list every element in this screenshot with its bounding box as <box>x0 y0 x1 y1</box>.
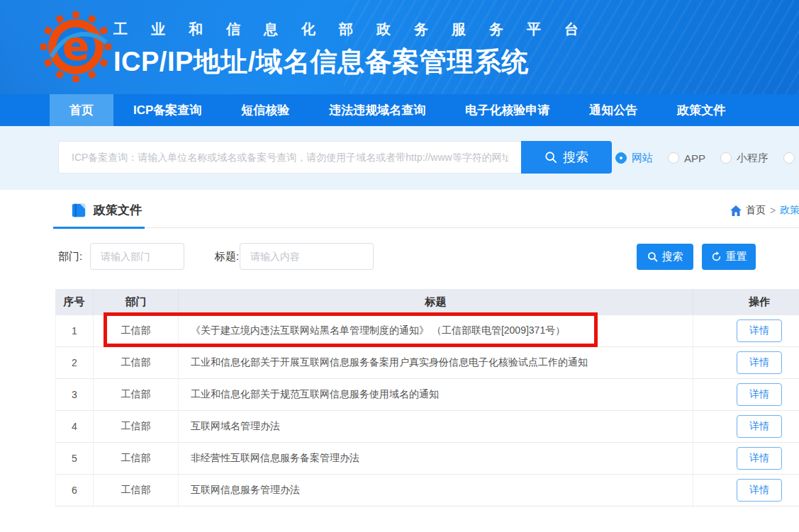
section-divider <box>53 227 799 228</box>
nav-item-home[interactable]: 首页 <box>50 94 113 126</box>
col-header-no: 序号 <box>55 289 94 315</box>
title-filter-input[interactable] <box>240 243 374 270</box>
icp-search-button[interactable]: 搜索 <box>521 141 612 174</box>
miit-gear-logo-icon: e <box>40 11 112 83</box>
detail-button[interactable]: 详情 <box>737 319 782 342</box>
dept-filter-input[interactable] <box>90 243 184 270</box>
cell-no: 3 <box>55 379 94 410</box>
dept-filter-label: 部门: <box>58 250 82 264</box>
reset-refresh-icon <box>711 251 722 262</box>
col-header-title: 标题 <box>179 289 693 315</box>
svg-text:e: e <box>62 23 90 69</box>
section-bar: 政策文件 首页 > 政策文件 <box>0 190 799 228</box>
radio-miniprogram[interactable]: 小程序 <box>720 152 769 165</box>
cell-title: 《关于建立境内违法互联网站黑名单管理制度的通知》 （工信部联电管[2009]37… <box>179 315 693 346</box>
detail-button[interactable]: 详情 <box>737 383 782 406</box>
cell-no: 1 <box>55 315 94 346</box>
nav-item-illegal-domain-query[interactable]: 违法违规域名查询 <box>309 94 445 126</box>
radio-website[interactable]: 网站 <box>615 152 653 165</box>
cell-action: 详情 <box>693 475 799 506</box>
cell-action: 详情 <box>693 443 799 474</box>
nav-item-icp-query[interactable]: ICP备案查询 <box>113 94 221 126</box>
radio-app-label: APP <box>684 152 705 164</box>
search-icon <box>544 151 557 164</box>
section-title: 政策文件 <box>71 202 142 218</box>
filter-search-button[interactable]: 搜索 <box>637 244 693 270</box>
system-title: ICP/IP地址/域名信息备案管理系统 <box>113 44 602 80</box>
detail-button[interactable]: 详情 <box>737 447 782 470</box>
detail-button[interactable]: 详情 <box>737 415 782 438</box>
cell-no: 5 <box>55 443 94 474</box>
nav-item-sms-verify[interactable]: 短信核验 <box>221 94 309 126</box>
section-active-underline <box>53 227 145 229</box>
platform-title: 工业和信息化部政务服务平台 <box>113 20 602 39</box>
home-icon <box>730 205 742 216</box>
title-filter-label: 标题: <box>215 250 239 264</box>
table-row: 4 工信部 互联网域名管理办法 详情 <box>55 411 799 443</box>
table-row: 1 工信部 《关于建立境内违法互联网站黑名单管理制度的通知》 （工信部联电管[2… <box>55 315 799 347</box>
policy-table: 序号 部门 标题 操作 1 工信部 《关于建立境内违法互联网站黑名单管理制度的通… <box>55 289 799 506</box>
breadcrumb-current[interactable]: 政策文件 <box>780 204 799 217</box>
icp-search-button-label: 搜索 <box>563 149 588 166</box>
cell-title: 工业和信息化部关于开展互联网信息服务备案用户真实身份信息电子化核验试点工作的通知 <box>179 347 693 378</box>
cell-dept: 工信部 <box>94 379 179 410</box>
cell-action: 详情 <box>693 315 799 346</box>
cell-title: 互联网域名管理办法 <box>179 411 693 442</box>
cell-dept: 工信部 <box>94 475 179 506</box>
col-header-action: 操作 <box>693 289 799 315</box>
filter-search-label: 搜索 <box>662 250 683 264</box>
col-header-dept: 部门 <box>94 289 179 315</box>
radio-miniprogram-dot-icon <box>720 152 732 164</box>
nav-item-notices[interactable]: 通知公告 <box>569 94 657 126</box>
radio-app-dot-icon <box>668 152 679 164</box>
policy-table-header: 序号 部门 标题 操作 <box>55 289 799 315</box>
cell-no: 2 <box>55 347 94 378</box>
breadcrumb: 首页 > 政策文件 <box>730 204 799 217</box>
icp-search-row: 搜索 <box>58 141 612 174</box>
cell-action: 详情 <box>693 411 799 442</box>
table-row: 6 工信部 互联网信息服务管理办法 详情 <box>55 475 799 506</box>
cell-no: 4 <box>55 411 94 442</box>
page: e 工业和信息化部政务服务平台 ICP/IP地址/域名信息备案管理系统 首页 I… <box>0 0 799 532</box>
radio-website-label: 网站 <box>632 152 653 165</box>
nav-item-e-verification[interactable]: 电子化核验申请 <box>445 94 569 126</box>
filter-row: 部门: 标题: 搜索 重置 <box>0 243 799 270</box>
icp-search-band: 搜索 网站 APP 小程序 快应用 <box>0 126 799 190</box>
search-icon <box>647 251 658 262</box>
detail-button[interactable]: 详情 <box>737 479 782 502</box>
cell-action: 详情 <box>693 379 799 410</box>
radio-quickapp-dot-icon <box>783 152 795 164</box>
cell-title: 非经营性互联网信息服务备案管理办法 <box>179 443 693 474</box>
detail-button[interactable]: 详情 <box>737 351 782 374</box>
breadcrumb-separator: > <box>770 205 776 216</box>
header-titles: 工业和信息化部政务服务平台 ICP/IP地址/域名信息备案管理系统 <box>113 20 602 80</box>
cell-title: 工业和信息化部关于规范互联网信息服务使用域名的通知 <box>179 379 693 410</box>
policy-document-icon <box>71 203 86 218</box>
cell-title: 互联网信息服务管理办法 <box>179 475 693 506</box>
icp-search-input[interactable] <box>58 141 521 174</box>
filter-reset-label: 重置 <box>726 250 747 264</box>
radio-website-dot-icon <box>615 152 627 164</box>
filter-reset-button[interactable]: 重置 <box>702 244 756 270</box>
table-row: 3 工信部 工业和信息化部关于规范互联网信息服务使用域名的通知 详情 <box>55 379 799 411</box>
search-type-options: 网站 APP 小程序 快应用 <box>615 126 799 190</box>
cell-dept: 工信部 <box>94 411 179 442</box>
cell-dept: 工信部 <box>94 315 179 346</box>
radio-app[interactable]: APP <box>668 152 705 164</box>
table-row: 5 工信部 非经营性互联网信息服务备案管理办法 详情 <box>55 443 799 475</box>
cell-dept: 工信部 <box>94 347 179 378</box>
breadcrumb-home[interactable]: 首页 <box>746 204 766 217</box>
main-nav: 首页 ICP备案查询 短信核验 违法违规域名查询 电子化核验申请 通知公告 政策… <box>0 94 799 126</box>
radio-quickapp[interactable]: 快应用 <box>783 152 799 165</box>
nav-item-policy-files[interactable]: 政策文件 <box>657 94 745 126</box>
site-header: e 工业和信息化部政务服务平台 ICP/IP地址/域名信息备案管理系统 <box>0 0 799 94</box>
cell-action: 详情 <box>693 347 799 378</box>
table-row: 2 工信部 工业和信息化部关于开展互联网信息服务备案用户真实身份信息电子化核验试… <box>55 347 799 379</box>
cell-no: 6 <box>55 475 94 506</box>
section-title-label: 政策文件 <box>94 202 142 218</box>
radio-miniprogram-label: 小程序 <box>737 152 769 165</box>
cell-dept: 工信部 <box>94 443 179 474</box>
